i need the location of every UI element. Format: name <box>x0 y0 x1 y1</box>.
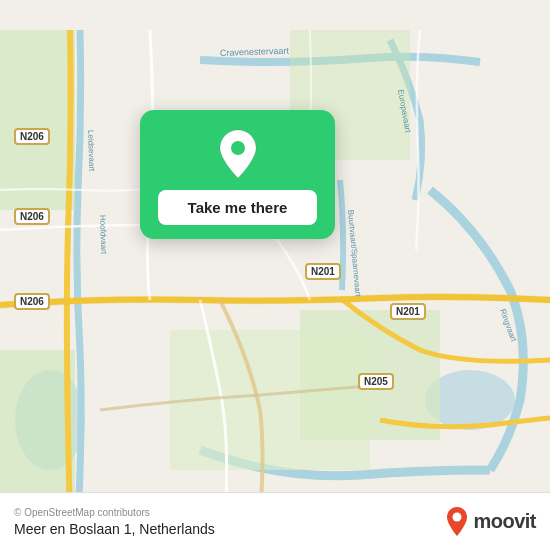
road-badge-n201-2: N201 <box>390 303 426 320</box>
bottom-bar: © OpenStreetMap contributors Meer en Bos… <box>0 492 550 550</box>
bottom-left-info: © OpenStreetMap contributors Meer en Bos… <box>14 507 215 537</box>
take-me-there-button[interactable]: Take me there <box>158 190 317 225</box>
road-badge-n206-1: N206 <box>14 128 50 145</box>
location-pin-icon <box>212 128 264 180</box>
svg-rect-3 <box>0 30 75 210</box>
map-background: Cravenestervaart Europavaart Leidsevaart… <box>0 0 550 550</box>
moovit-logo: moovit <box>444 506 536 538</box>
road-badge-n201-1: N201 <box>305 263 341 280</box>
svg-text:Hoofdvaart: Hoofdvaart <box>98 215 108 255</box>
popup-card: Take me there <box>140 110 335 239</box>
road-badge-n206-3: N206 <box>14 293 50 310</box>
address-text: Meer en Boslaan 1, Netherlands <box>14 521 215 537</box>
map-container: Cravenestervaart Europavaart Leidsevaart… <box>0 0 550 550</box>
moovit-pin-icon <box>444 506 470 538</box>
svg-point-15 <box>453 512 462 521</box>
svg-text:Leidsevaart: Leidsevaart <box>86 130 96 172</box>
road-badge-n205: N205 <box>358 373 394 390</box>
copyright-text: © OpenStreetMap contributors <box>14 507 215 518</box>
moovit-wordmark: moovit <box>473 510 536 533</box>
svg-point-14 <box>231 141 245 155</box>
road-badge-n206-2: N206 <box>14 208 50 225</box>
